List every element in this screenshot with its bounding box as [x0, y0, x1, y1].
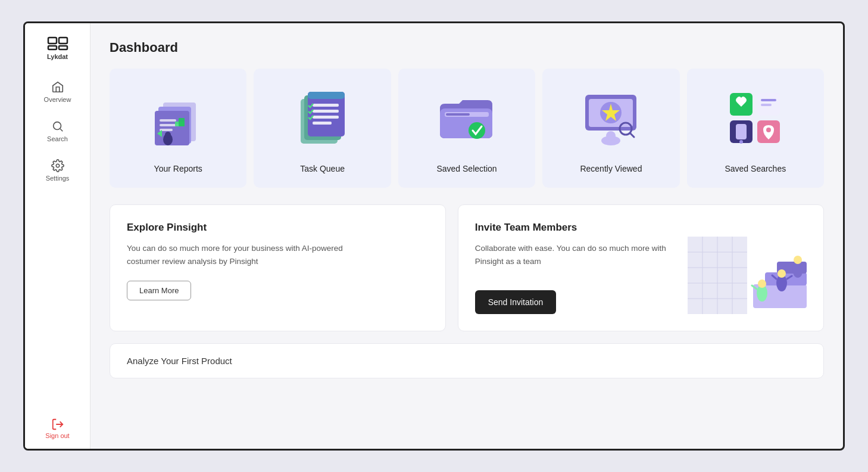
- invite-title: Invite Team Members: [475, 222, 678, 234]
- send-invitation-button[interactable]: Send Invitation: [475, 290, 557, 314]
- svg-point-5: [56, 164, 60, 167]
- svg-point-62: [778, 269, 786, 278]
- card-label-saved-selection: Saved Selection: [436, 164, 497, 173]
- learn-more-button[interactable]: Learn More: [127, 281, 191, 300]
- invite-content: Invite Team Members Collaborate with eas…: [475, 222, 678, 314]
- svg-rect-0: [48, 38, 57, 44]
- nav-items: Overview Search Settings: [25, 74, 90, 188]
- svg-rect-43: [736, 124, 747, 139]
- svg-point-44: [739, 140, 743, 144]
- logo-area: Lykdat: [47, 35, 68, 60]
- sidebar-item-overview[interactable]: Overview: [34, 74, 82, 109]
- explore-card: Explore Pinsight You can do so much more…: [110, 204, 446, 331]
- svg-rect-1: [59, 38, 67, 44]
- svg-point-35: [606, 131, 616, 141]
- bottom-panels: Explore Pinsight You can do so much more…: [110, 204, 824, 331]
- svg-point-4: [53, 122, 61, 130]
- queue-illustration: [287, 83, 358, 154]
- svg-point-16: [165, 132, 171, 138]
- card-label-your-reports: Your Reports: [154, 164, 202, 173]
- nav-label-search: Search: [47, 135, 68, 142]
- card-your-reports[interactable]: Your Reports: [110, 69, 246, 188]
- page-title: Dashboard: [110, 40, 824, 55]
- svg-rect-21: [308, 92, 345, 99]
- svg-rect-40: [761, 99, 776, 101]
- search-icon: [51, 120, 64, 133]
- main-content: Dashboard: [90, 23, 843, 449]
- sign-out-label: Sign out: [45, 432, 69, 439]
- sidebar-item-settings[interactable]: Settings: [34, 153, 82, 188]
- invite-body: Collaborate with ease. You can do so muc…: [475, 242, 678, 268]
- svg-rect-41: [761, 104, 772, 106]
- card-label-task-queue: Task Queue: [300, 164, 345, 173]
- app-frame: Lykdat Overview Search: [23, 21, 845, 451]
- svg-rect-28: [446, 113, 470, 116]
- logo-text: Lykdat: [47, 53, 68, 60]
- gear-icon: [51, 159, 64, 172]
- dashboard-cards: Your Reports: [110, 69, 824, 188]
- svg-rect-2: [48, 46, 57, 49]
- card-saved-searches[interactable]: Saved Searches: [687, 69, 824, 188]
- card-task-queue[interactable]: Task Queue: [254, 69, 391, 188]
- explore-body: You can do so much more for your busines…: [127, 242, 353, 268]
- card-saved-selection[interactable]: Saved Selection: [398, 69, 535, 188]
- nav-label-overview: Overview: [44, 96, 71, 103]
- searches-illustration: [720, 83, 791, 154]
- svg-rect-23: [313, 110, 339, 113]
- svg-point-29: [469, 122, 485, 139]
- sidebar: Lykdat Overview Search: [25, 23, 90, 449]
- sidebar-item-search[interactable]: Search: [34, 114, 82, 148]
- home-icon: [51, 80, 64, 94]
- svg-rect-25: [313, 122, 332, 125]
- invite-illustration: [688, 222, 807, 314]
- analyze-section: Analyze Your First Product: [110, 343, 824, 378]
- svg-rect-10: [160, 119, 176, 122]
- analyze-title: Analyze Your First Product: [127, 356, 807, 366]
- logo-icon: [47, 35, 68, 52]
- sign-out-icon: [51, 418, 64, 431]
- reports-illustration: [142, 83, 214, 154]
- card-recently-viewed[interactable]: Recently Viewed: [542, 69, 679, 188]
- svg-point-59: [758, 280, 766, 288]
- card-label-recently-viewed: Recently Viewed: [580, 164, 642, 173]
- selection-illustration: [431, 83, 502, 154]
- svg-rect-3: [59, 46, 67, 49]
- svg-line-37: [630, 133, 634, 137]
- nav-label-settings: Settings: [46, 175, 70, 182]
- svg-rect-22: [313, 104, 339, 107]
- invite-card: Invite Team Members Collaborate with eas…: [458, 204, 824, 331]
- viewed-illustration: [575, 83, 647, 154]
- explore-title: Explore Pinsight: [127, 222, 429, 234]
- svg-rect-14: [179, 118, 185, 126]
- sign-out-button[interactable]: Sign out: [45, 418, 69, 439]
- svg-point-46: [766, 128, 771, 132]
- card-label-saved-searches: Saved Searches: [725, 164, 786, 173]
- svg-rect-24: [313, 116, 339, 119]
